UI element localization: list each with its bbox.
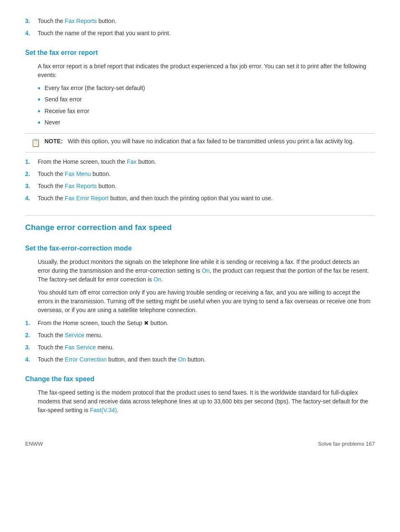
fax-error-correction-body2: You should turn off error correction onl… <box>38 288 371 315</box>
fax-service-link[interactable]: Fax Service <box>65 344 96 351</box>
change-fax-speed-heading: Change the fax speed <box>25 374 375 384</box>
fer-step-3-text: Touch the Fax Reports button. <box>38 182 375 191</box>
fer-step-1-num: 1. <box>25 158 38 166</box>
fer-step-4: 4. Touch the Fax Error Report button, an… <box>25 194 375 203</box>
on-link-2[interactable]: On <box>153 276 161 283</box>
step-4-num: 4. <box>25 29 38 38</box>
error-correction-link[interactable]: Error Correction <box>65 356 107 363</box>
note-content: NOTE: With this option, you will have no… <box>44 137 354 146</box>
fer-step-2-text: Touch the Fax Menu button. <box>38 170 375 178</box>
fec-step-1-num: 1. <box>25 319 38 328</box>
fer-step-4-text: Touch the Fax Error Report button, and t… <box>38 194 375 203</box>
bullet-dot-2: • <box>38 95 40 105</box>
step-3-num: 3. <box>25 17 38 26</box>
note-label: NOTE: <box>44 138 63 145</box>
set-fax-error-report-heading: Set the fax error report <box>25 48 375 58</box>
fax-error-report-body: A fax error report is a brief report tha… <box>38 62 371 80</box>
fer-step-1: 1. From the Home screen, touch the Fax b… <box>25 158 375 166</box>
fax-menu-link-1[interactable]: Fax Menu <box>65 170 91 177</box>
bullet-dot-3: • <box>38 107 40 116</box>
note-icon: 📋 <box>31 137 40 149</box>
fax-reports-link-2[interactable]: Fax Reports <box>65 183 97 189</box>
fer-step-2: 2. Touch the Fax Menu button. <box>25 170 375 178</box>
fax-error-correction-body1: Usually, the product monitors the signal… <box>38 258 371 284</box>
change-fax-speed-body: The fax-speed setting is the modem proto… <box>38 388 371 415</box>
bullet-dot-4: • <box>38 118 40 128</box>
page-footer: ENWW Solve fax problems 167 <box>25 440 375 448</box>
fec-step-2-num: 2. <box>25 331 38 340</box>
step-4: 4. Touch the name of the report that you… <box>25 29 375 38</box>
fec-step-4: 4. Touch the Error Correction button, an… <box>25 355 375 364</box>
fer-step-4-num: 4. <box>25 194 38 203</box>
fax-link-1[interactable]: Fax <box>127 158 136 165</box>
bullet-text-4: Never <box>44 118 60 127</box>
fax-error-bullet-list: • Every fax error (the factory-set defau… <box>38 84 375 128</box>
bullet-item-2: • Send fax error <box>38 95 375 105</box>
bullet-item-1: • Every fax error (the factory-set defau… <box>38 84 375 93</box>
bullet-item-3: • Receive fax error <box>38 107 375 116</box>
fer-step-1-text: From the Home screen, touch the Fax butt… <box>38 158 375 166</box>
fec-step-2-text: Touch the Service menu. <box>38 331 375 340</box>
fer-step-3: 3. Touch the Fax Reports button. <box>25 182 375 191</box>
note-text: With this option, you will have no indic… <box>68 138 353 145</box>
fec-step-4-text: Touch the Error Correction button, and t… <box>38 355 375 364</box>
fax-error-correction-steps: 1. From the Home screen, touch the Setup… <box>25 319 375 364</box>
fec-step-3: 3. Touch the Fax Service menu. <box>25 343 375 352</box>
bullet-text-2: Send fax error <box>44 95 82 104</box>
change-error-correction-heading: Change error correction and fax speed <box>25 215 375 234</box>
fec-step-2: 2. Touch the Service menu. <box>25 331 375 340</box>
top-steps: 3. Touch the Fax Reports button. 4. Touc… <box>25 17 375 38</box>
bullet-dot-1: • <box>38 84 40 93</box>
fec-step-3-text: Touch the Fax Service menu. <box>38 343 375 352</box>
step-4-text: Touch the name of the report that you wa… <box>38 29 375 38</box>
bullet-text-3: Receive fax error <box>44 107 89 116</box>
fec-step-3-num: 3. <box>25 343 38 352</box>
step-3: 3. Touch the Fax Reports button. <box>25 17 375 26</box>
fast-v34-link[interactable]: Fast(V.34) <box>90 407 117 413</box>
fer-step-2-num: 2. <box>25 170 38 178</box>
footer-right: Solve fax problems 167 <box>318 440 375 448</box>
fec-step-1: 1. From the Home screen, touch the Setup… <box>25 319 375 328</box>
on-link-1[interactable]: On <box>202 267 210 274</box>
bullet-text-1: Every fax error (the factory-set default… <box>44 84 145 93</box>
note-box: 📋 NOTE: With this option, you will have … <box>25 133 375 152</box>
fax-error-report-steps: 1. From the Home screen, touch the Fax b… <box>25 158 375 203</box>
service-link[interactable]: Service <box>65 332 85 338</box>
fec-step-4-num: 4. <box>25 355 38 364</box>
footer-left: ENWW <box>25 440 43 448</box>
fax-error-report-link[interactable]: Fax Error Report <box>65 195 109 201</box>
on-link-3[interactable]: On <box>178 356 186 363</box>
fer-step-3-num: 3. <box>25 182 38 191</box>
fec-step-1-text: From the Home screen, touch the Setup ✖ … <box>38 319 375 328</box>
bullet-item-4: • Never <box>38 118 375 128</box>
fax-reports-link-1[interactable]: Fax Reports <box>65 18 97 24</box>
set-fax-error-correction-heading: Set the fax-error-correction mode <box>25 243 375 253</box>
step-3-text: Touch the Fax Reports button. <box>38 17 375 26</box>
